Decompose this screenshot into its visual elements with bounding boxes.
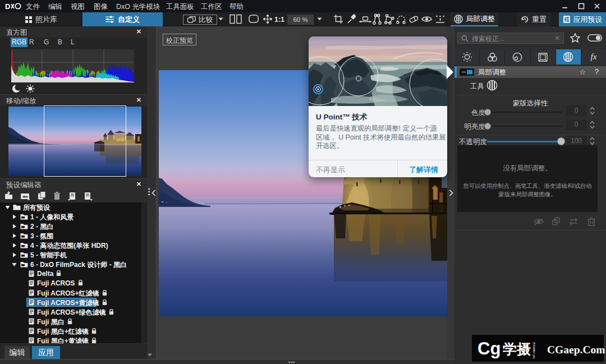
svg-text:CGaep.Com: CGaep.Com [547, 344, 605, 356]
svg-text:for you: for you [532, 350, 536, 358]
svg-text:Cg: Cg [478, 339, 501, 358]
svg-text:学摄: 学摄 [503, 341, 531, 357]
svg-text:D: D [5, 3, 10, 10]
